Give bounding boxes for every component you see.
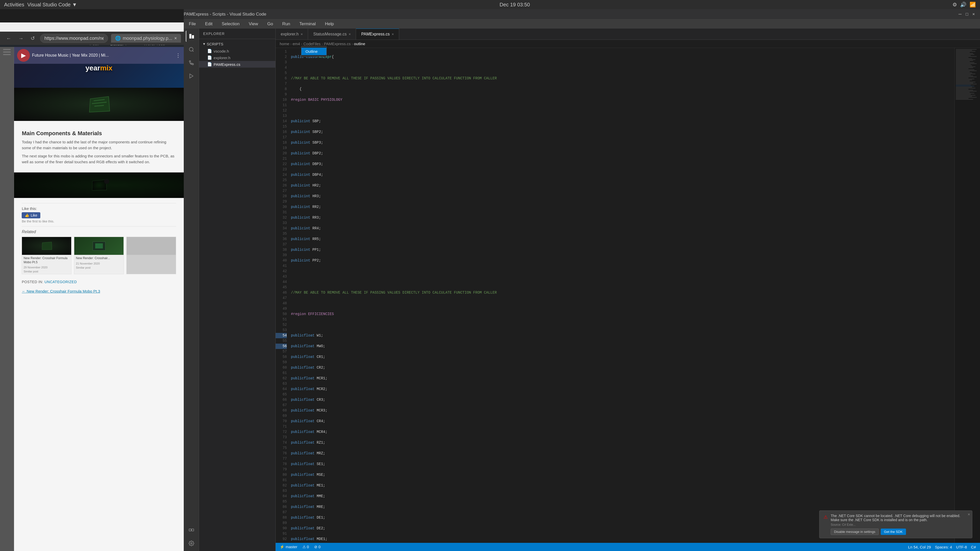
tab-close-pam[interactable]: × — [392, 32, 394, 36]
menu-help[interactable]: Help — [323, 21, 336, 27]
svg-point-2 — [189, 48, 193, 51]
chevron-down-icon: ▾ — [203, 41, 205, 46]
get-sdk-button[interactable]: Get the SDK — [881, 529, 906, 535]
blog-content[interactable]: ▶ Future House Music | Year Mix 2020 | M… — [0, 47, 184, 551]
tab-close-explorer[interactable]: × — [301, 32, 303, 36]
file-icon: 📄 — [207, 56, 212, 60]
close-btn[interactable]: × — [972, 12, 975, 17]
related-card-1[interactable]: New Render: Crosshair Formula Mobo Pt.5 … — [22, 237, 72, 274]
breadcrumb-outline-trigger[interactable]: outline — [354, 41, 365, 46]
tab-statusmessage[interactable]: StatusMessage.cs × — [308, 29, 356, 40]
blog-sidebar — [0, 47, 14, 551]
tab-close-icon[interactable]: × — [174, 36, 177, 41]
menu-file[interactable]: File — [187, 21, 198, 27]
status-spaces[interactable]: Spaces: 4 — [935, 545, 952, 549]
menu-selection[interactable]: Selection — [220, 21, 242, 27]
notification-close-button[interactable]: × — [968, 512, 970, 517]
svg-rect-0 — [189, 34, 191, 38]
status-warnings[interactable]: ⊘ 0 — [314, 545, 321, 549]
like-button-text: Like — [30, 213, 37, 218]
more-posts-link[interactable]: ← New Render: Crosshair Formula Mobo Pt.… — [22, 286, 176, 296]
main-layout: ← → ↺ 🌐 moonpad.physiology.p... × W moon… — [0, 9, 980, 551]
related-card-3 — [126, 237, 176, 274]
editor-tabs: explorer.h × StatusMessage.cs × PAMExpre… — [275, 29, 980, 40]
notification-source: Source: C# Exte... — [831, 523, 968, 527]
like-button[interactable]: 👍 Like — [22, 212, 40, 218]
menu-go[interactable]: Go — [265, 21, 275, 27]
menu-terminal[interactable]: Terminal — [298, 21, 318, 27]
code-editor[interactable]: 1 2 3 4 5 6 7 8 9 10 11 12 13 14 — [275, 48, 980, 543]
pcb-visual — [14, 88, 184, 121]
sidebar-item-pamexpress[interactable]: 📄 PAMExpress.cs — [199, 61, 275, 68]
status-language[interactable]: C# — [971, 545, 976, 549]
vscode-title-bar: PAMExpress - Scripts - Visual Studio Cod… — [184, 9, 980, 19]
video-thumbnail[interactable]: ▶ Future House Music | Year Mix 2020 | M… — [14, 47, 184, 88]
related-card-title-2: New Render: Crosshair... — [74, 255, 124, 262]
breadcrumb-pamexpress[interactable]: PAMExpress.cs — [324, 41, 351, 46]
browser-side: ← → ↺ 🌐 moonpad.physiology.p... × W moon… — [0, 22, 184, 551]
settings-icon[interactable]: ⚙ — [953, 2, 957, 8]
sidebar-file-label: PAMExpress.cs — [213, 62, 240, 67]
breadcrumb-home[interactable]: home — [280, 41, 290, 46]
maximize-btn[interactable]: □ — [966, 12, 968, 17]
network-icon[interactable]: 📶 — [969, 2, 976, 8]
code-content[interactable]: public class PAMExpr{ //MAY BE ABLE TO R… — [291, 48, 955, 543]
minimize-btn[interactable]: ─ — [959, 12, 962, 17]
sidebar-item-vscode-h[interactable]: 📄 vscode.h — [199, 48, 275, 54]
breadcrumb-em4[interactable]: em4 — [293, 41, 300, 46]
first-like: Be the first to like this. — [22, 219, 176, 223]
menu-run[interactable]: Run — [280, 21, 292, 27]
related-card-img-1 — [22, 237, 71, 255]
status-ln-col[interactable]: Ln 54, Col 29 — [908, 545, 931, 549]
tab-explorer-h[interactable]: explorer.h × — [275, 29, 308, 40]
activity-git[interactable] — [186, 57, 197, 68]
address-bar[interactable] — [40, 34, 108, 43]
activity-search[interactable] — [186, 44, 197, 55]
sidebar-file-label: explorer.h — [213, 56, 231, 60]
svg-line-3 — [192, 51, 193, 52]
tab-pamexpress[interactable]: PAMExpress.cs × — [356, 29, 399, 40]
pcb-image-block — [14, 88, 184, 121]
svg-marker-7 — [189, 74, 193, 78]
related-card-2[interactable]: New Render: Crosshair... 21 November 202… — [74, 237, 124, 274]
sidebar-section-scripts: ▾ SCRIPTS 📄 vscode.h 📄 explorer.h 📄 PAME… — [199, 39, 275, 68]
play-button[interactable]: ▶ — [17, 49, 30, 62]
editor-area: explorer.h × StatusMessage.cs × PAMExpre… — [275, 29, 980, 551]
vscode-label[interactable]: Visual Studio Code ▼ — [27, 2, 77, 8]
disable-message-button[interactable]: Disable message in settings — [831, 529, 879, 535]
forward-button[interactable]: → — [16, 35, 25, 42]
activity-settings[interactable] — [186, 538, 197, 549]
breadcrumb-sep-2: › — [301, 41, 302, 46]
video-overlay: ▶ Future House Music | Year Mix 2020 | M… — [14, 47, 184, 64]
file-icon: 📄 — [207, 62, 212, 67]
related-card-img-2 — [74, 237, 124, 255]
back-button[interactable]: ← — [4, 35, 13, 42]
article-paragraph-1: Today I had the chance to add the last o… — [22, 139, 176, 151]
minimap — [955, 48, 980, 543]
tab-close-status[interactable]: × — [348, 32, 351, 36]
activity-extensions[interactable] — [186, 524, 197, 536]
related-label: Related — [22, 230, 176, 234]
vscode-sidebar: EXPLORER ▾ SCRIPTS 📄 vscode.h 📄 explorer… — [199, 29, 275, 551]
breadcrumb-sep-1: › — [290, 41, 292, 46]
outline-item-outline[interactable]: Outline — [301, 48, 326, 55]
status-errors[interactable]: ⚠ 0 — [302, 545, 309, 549]
sidebar-scripts-header[interactable]: ▾ SCRIPTS — [199, 40, 275, 48]
breadcrumb-codefiles[interactable]: CodeFiles — [304, 41, 321, 46]
posted-category[interactable]: UNCATEGORIZED — [45, 280, 77, 284]
reload-button[interactable]: ↺ — [29, 34, 37, 42]
browser-tab[interactable]: 🌐 moonpad.physiology.p... × — [111, 34, 181, 43]
tab-label: explorer.h — [281, 32, 299, 37]
status-encoding[interactable]: UTF-8 — [956, 545, 967, 549]
menu-view[interactable]: View — [247, 21, 260, 27]
video-menu-icon[interactable]: ⋮ — [176, 52, 181, 59]
activity-explorer[interactable] — [186, 30, 197, 42]
status-branch[interactable]: ⚡ master — [280, 545, 298, 549]
vscode-side: PAMExpress - Scripts - Visual Studio Cod… — [184, 9, 980, 551]
activities-label[interactable]: Activities — [4, 2, 24, 8]
menu-edit[interactable]: Edit — [203, 21, 215, 27]
sidebar-item-explorer-h[interactable]: 📄 explorer.h — [199, 54, 275, 61]
volume-icon[interactable]: 🔊 — [960, 2, 966, 8]
activity-debug[interactable] — [186, 70, 197, 82]
tab-label-active: PAMExpress.cs — [361, 32, 390, 37]
